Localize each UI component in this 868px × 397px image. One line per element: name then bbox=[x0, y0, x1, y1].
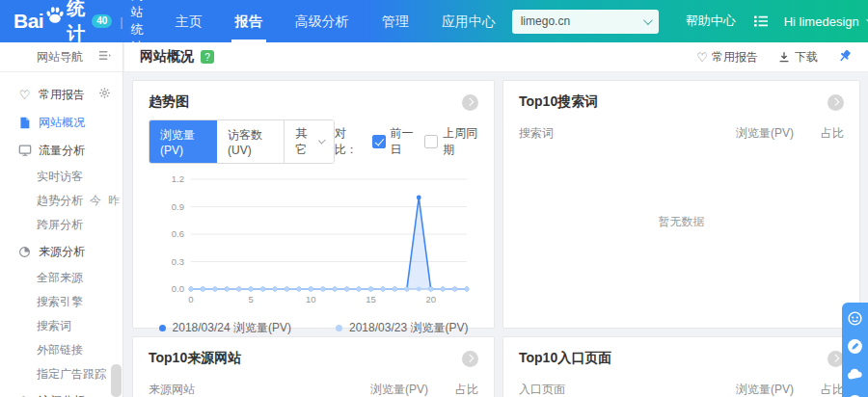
help-badge-icon[interactable]: ? bbox=[201, 50, 214, 64]
nav-reports[interactable]: 报告 bbox=[219, 0, 279, 42]
pin-icon[interactable] bbox=[837, 48, 853, 66]
top-header: Bai 统计 40 | 网站统计 主页 报告 高级分析 管理 应用中心 lime… bbox=[0, 0, 868, 42]
help-center-link[interactable]: 帮助中心 bbox=[686, 13, 736, 30]
svg-text:0.3: 0.3 bbox=[172, 256, 184, 267]
legend-dot bbox=[336, 325, 342, 331]
sidebar-collapse-icon[interactable] bbox=[98, 49, 111, 65]
sidebar-item-ad-tracking[interactable]: 指定广告跟踪 bbox=[0, 362, 122, 386]
sidebar: 网站导航 常用报告 网站概况 bbox=[0, 42, 123, 397]
dashboard-grid: 趋势图 浏览量(PV) 访客数(UV) 其它 对比： 前一日 bbox=[124, 72, 868, 397]
sidebar-item-traffic-analysis[interactable]: 流量分析 bbox=[0, 136, 122, 165]
sidebar-title: 网站导航 bbox=[37, 49, 83, 66]
trend-card: 趋势图 浏览量(PV) 访客数(UV) 其它 对比： 前一日 bbox=[132, 80, 495, 329]
tab-pageviews[interactable]: 浏览量(PV) bbox=[149, 120, 217, 163]
page-title: 网站概况 bbox=[140, 48, 194, 66]
nav-advanced-analysis[interactable]: 高级分析 bbox=[279, 0, 366, 42]
legend-dot bbox=[159, 325, 166, 331]
feedback-edit-icon[interactable] bbox=[847, 337, 864, 355]
nav-home[interactable]: 主页 bbox=[159, 0, 219, 42]
table-header: 来源网站 浏览量(PV) 占比 bbox=[149, 382, 478, 397]
sidebar-item-all-sources[interactable]: 全部来源 bbox=[0, 266, 122, 290]
sidebar-item-visit-analysis[interactable]: 访问分析 bbox=[0, 386, 122, 397]
svg-text:15: 15 bbox=[366, 294, 376, 304]
svg-text:1.2: 1.2 bbox=[172, 173, 184, 184]
top-search-title: Top10搜索词 bbox=[519, 93, 598, 111]
heart-icon bbox=[17, 88, 32, 102]
logo-separator: | bbox=[120, 14, 122, 29]
top-search-more-icon[interactable] bbox=[827, 94, 844, 111]
top-source-title: Top10来源网站 bbox=[149, 350, 241, 367]
sidebar-item-external-links[interactable]: 外部链接 bbox=[0, 338, 122, 362]
chevron-down-icon bbox=[643, 15, 653, 25]
logo-text-tongji: 统计 bbox=[67, 0, 85, 46]
top-source-more-icon[interactable] bbox=[462, 351, 478, 367]
site-selector[interactable]: limego.cn bbox=[512, 10, 659, 34]
svg-text:0: 0 bbox=[188, 294, 193, 304]
svg-text:5: 5 bbox=[249, 294, 254, 304]
previous-day-checkbox[interactable] bbox=[372, 135, 386, 148]
sidebar-item-search-terms[interactable]: 搜索词 bbox=[0, 314, 122, 338]
trend-today-link[interactable]: 今 bbox=[90, 194, 101, 207]
sidebar-item-search-engines[interactable]: 搜索引擎 bbox=[0, 290, 122, 314]
trend-yesterday-link[interactable]: 昨 bbox=[108, 194, 120, 207]
svg-text:10: 10 bbox=[306, 294, 316, 304]
download-icon bbox=[777, 50, 791, 64]
report-list-icon[interactable] bbox=[753, 13, 769, 29]
sidebar-item-site-overview[interactable]: 网站概况 bbox=[0, 109, 122, 136]
compare-previous-day[interactable]: 前一日 bbox=[372, 125, 417, 158]
user-name: Hi limedesign bbox=[784, 14, 859, 29]
heart-icon bbox=[696, 50, 708, 65]
trend-card-title: 趋势图 bbox=[149, 93, 189, 111]
table-header: 入口页面 浏览量(PV) 占比 bbox=[519, 382, 844, 397]
pie-chart-icon bbox=[17, 246, 32, 258]
svg-text:0.6: 0.6 bbox=[172, 228, 184, 239]
message-cloud-icon[interactable] bbox=[847, 365, 864, 383]
sidebar-scrollbar-thumb[interactable] bbox=[111, 364, 122, 397]
last-week-checkbox[interactable] bbox=[424, 135, 438, 148]
nav-management[interactable]: 管理 bbox=[366, 0, 425, 42]
sidebar-nav-list: 常用报告 网站概况 流量分析 实时访客 趋势分析今昨 bbox=[0, 72, 122, 397]
sidebar-item-favorite-reports[interactable]: 常用报告 bbox=[0, 80, 122, 109]
nav-app-center[interactable]: 应用中心 bbox=[425, 0, 512, 42]
monitor-icon bbox=[17, 144, 32, 157]
svg-text:20: 20 bbox=[425, 294, 436, 304]
sidebar-item-realtime-visitors[interactable]: 实时访客 bbox=[0, 165, 122, 189]
trend-metric-tabs: 浏览量(PV) 访客数(UV) 其它 bbox=[149, 119, 335, 164]
version-badge: 40 bbox=[92, 14, 112, 28]
page-actions: 常用报告 下载 bbox=[696, 48, 853, 66]
top-entry-pages-card: Top10入口页面 入口页面 浏览量(PV) 占比 bbox=[502, 336, 860, 397]
tab-other[interactable]: 其它 bbox=[285, 120, 333, 163]
page-header: 网站概况 ? 常用报告 下载 bbox=[124, 42, 868, 72]
svg-text:0.0: 0.0 bbox=[172, 283, 184, 294]
gear-icon[interactable] bbox=[98, 87, 111, 102]
favorite-report-button[interactable]: 常用报告 bbox=[696, 49, 758, 66]
user-menu[interactable]: Hi limedesign bbox=[784, 14, 868, 29]
baidu-paw-icon bbox=[44, 5, 66, 30]
top-source-sites-card: Top10来源网站 来源网站 浏览量(PV) 占比 bbox=[132, 336, 495, 397]
chevron-down-icon bbox=[318, 137, 326, 145]
compare-last-week[interactable]: 上周同期 bbox=[424, 125, 478, 158]
trend-card-more-icon[interactable] bbox=[462, 94, 478, 111]
compare-controls: 对比： 前一日 上周同期 bbox=[335, 125, 478, 158]
top-entry-title: Top10入口页面 bbox=[519, 350, 611, 367]
header-right: limego.cn 帮助中心 Hi limedesign bbox=[512, 10, 868, 34]
compare-label: 对比： bbox=[335, 125, 364, 158]
table-header: 搜索词 浏览量(PV) 占比 bbox=[519, 125, 844, 142]
sidebar-header: 网站导航 bbox=[0, 42, 122, 72]
legend-item-today[interactable]: 2018/03/24 浏览量(PV) bbox=[159, 320, 291, 336]
tab-visitors[interactable]: 访客数(UV) bbox=[217, 120, 285, 163]
sidebar-item-trend-analysis[interactable]: 趋势分析今昨 bbox=[0, 189, 122, 213]
main-area: 网站概况 ? 常用报告 下载 bbox=[124, 42, 868, 397]
customer-service-icon[interactable] bbox=[847, 309, 864, 327]
legend-item-yesterday[interactable]: 2018/03/23 浏览量(PV) bbox=[336, 320, 468, 336]
main-nav: 主页 报告 高级分析 管理 应用中心 bbox=[159, 0, 512, 42]
site-selector-value: limego.cn bbox=[521, 14, 570, 28]
trend-line-chart[interactable]: 0.00.30.60.91.205101520 bbox=[149, 168, 478, 318]
sidebar-item-source-analysis[interactable]: 来源分析 bbox=[0, 237, 122, 266]
empty-data-text: 暂无数据 bbox=[503, 214, 859, 230]
download-button[interactable]: 下载 bbox=[777, 49, 818, 66]
logo-text-bai: Bai bbox=[14, 10, 43, 33]
sidebar-item-cross-screen-analysis[interactable]: 跨屏分析 bbox=[0, 213, 122, 237]
back-to-top-icon[interactable] bbox=[847, 393, 864, 397]
floating-toolbar bbox=[842, 303, 868, 397]
